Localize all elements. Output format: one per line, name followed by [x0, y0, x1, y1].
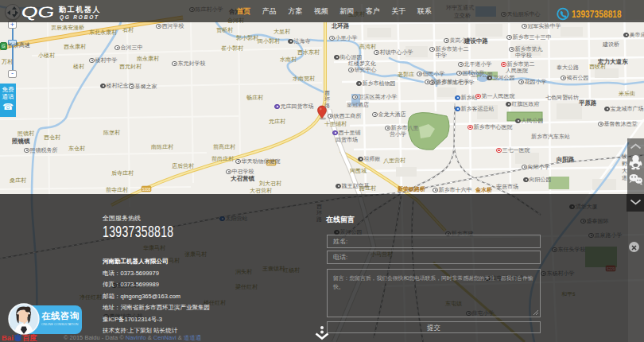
svg-text:QG ROBOT: QG ROBOT — [60, 14, 99, 21]
svg-text:S308: S308 — [142, 188, 151, 192]
svg-text:QG: QG — [19, 3, 56, 21]
svg-text:勤工机器人: 勤工机器人 — [58, 6, 101, 14]
